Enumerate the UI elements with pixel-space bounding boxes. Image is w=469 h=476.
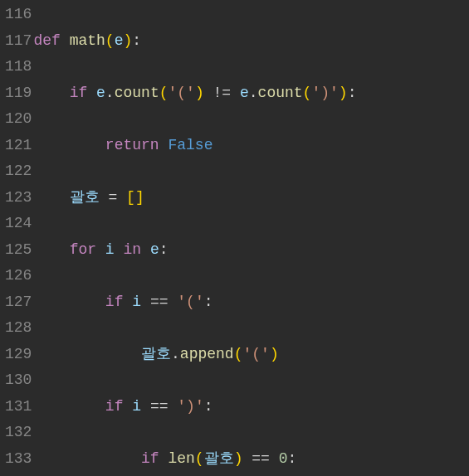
const-false: False <box>168 137 213 153</box>
code-line: 괄호 = [] <box>33 185 469 211</box>
keyword-in: in <box>123 241 141 258</box>
line-number: 119 <box>5 80 32 107</box>
code-line: return False <box>33 133 469 159</box>
keyword-def: def <box>33 32 60 49</box>
operator-eqeq: == <box>150 294 169 310</box>
line-number: 125 <box>5 237 32 264</box>
paren: ( <box>303 85 312 101</box>
keyword-if: if <box>105 294 124 310</box>
line-number: 121 <box>5 133 32 159</box>
code-editor: 116 117 118 119 120 121 122 123 124 125 … <box>0 0 469 476</box>
method-append: append <box>180 346 234 362</box>
keyword-if: if <box>105 398 124 415</box>
string: ')' <box>177 398 203 415</box>
operator-eq: = <box>108 189 117 206</box>
dot: . <box>105 85 115 101</box>
paren: ) <box>234 450 243 467</box>
paren: ( <box>234 346 243 362</box>
colon: : <box>348 85 357 101</box>
line-number-gutter: 116 117 118 119 120 121 122 123 124 125 … <box>0 2 33 476</box>
var: i <box>132 398 141 415</box>
keyword-for: for <box>70 241 96 258</box>
line-number: 131 <box>5 394 32 420</box>
line-number: 126 <box>5 263 32 289</box>
code-line: for i in e: <box>33 237 469 264</box>
var: e <box>150 241 159 258</box>
colon: : <box>159 241 169 258</box>
method-count: count <box>115 85 159 101</box>
paren: ( <box>159 85 169 101</box>
colon: : <box>132 32 141 49</box>
colon: : <box>204 294 213 310</box>
colon: : <box>204 398 213 415</box>
function-name: math <box>70 32 105 49</box>
line-number: 133 <box>5 446 32 473</box>
line-number: 122 <box>5 158 32 185</box>
line-number: 130 <box>5 367 32 394</box>
var: 괄호 <box>141 346 171 362</box>
param: e <box>115 32 124 49</box>
paren: ) <box>123 32 132 49</box>
code-line: 괄호.append('(') <box>33 342 469 368</box>
paren: ) <box>339 85 348 101</box>
line-number: 128 <box>5 315 32 342</box>
line-number: 132 <box>5 420 32 446</box>
builtin-len: len <box>168 450 194 467</box>
keyword-if: if <box>70 85 88 101</box>
string: '(' <box>169 85 195 101</box>
var: 괄호 <box>204 450 234 467</box>
line-number: 127 <box>5 289 32 316</box>
string: ')' <box>311 85 338 101</box>
paren: ) <box>195 85 204 101</box>
var: i <box>132 294 141 310</box>
var: 괄호 <box>70 189 100 206</box>
line-number: 116 <box>5 2 32 28</box>
line-number: 120 <box>5 106 32 133</box>
line-number: 117 <box>5 28 32 55</box>
code-line: if e.count('(') != e.count(')'): <box>33 80 469 107</box>
line-number: 124 <box>5 211 32 237</box>
operator-eqeq: == <box>252 450 270 467</box>
paren: ( <box>195 450 204 467</box>
operator-eqeq: == <box>150 398 169 415</box>
paren: ) <box>270 346 279 362</box>
bracket: [ <box>126 189 135 206</box>
colon: : <box>288 450 297 467</box>
string: '(' <box>177 294 203 310</box>
code-line: if len(괄호) == 0: <box>33 446 469 473</box>
line-number: 118 <box>5 54 32 80</box>
var: e <box>240 85 249 101</box>
line-number: 123 <box>5 185 32 211</box>
method-count: count <box>258 85 303 101</box>
paren: ( <box>105 32 115 49</box>
line-number: 129 <box>5 342 32 368</box>
var: e <box>96 85 105 101</box>
code-line: if i == '(': <box>33 289 469 316</box>
code-area[interactable]: def math(e): if e.count('(') != e.count(… <box>33 2 469 476</box>
string: '(' <box>242 346 269 362</box>
var: i <box>105 241 115 258</box>
code-line: if i == ')': <box>33 394 469 420</box>
keyword-if: if <box>141 450 159 467</box>
code-line: def math(e): <box>33 28 469 55</box>
keyword-return: return <box>105 137 159 153</box>
number: 0 <box>279 450 288 467</box>
operator-ne: != <box>213 85 232 101</box>
bracket: ] <box>135 189 144 206</box>
dot: . <box>171 346 180 362</box>
dot: . <box>249 85 258 101</box>
